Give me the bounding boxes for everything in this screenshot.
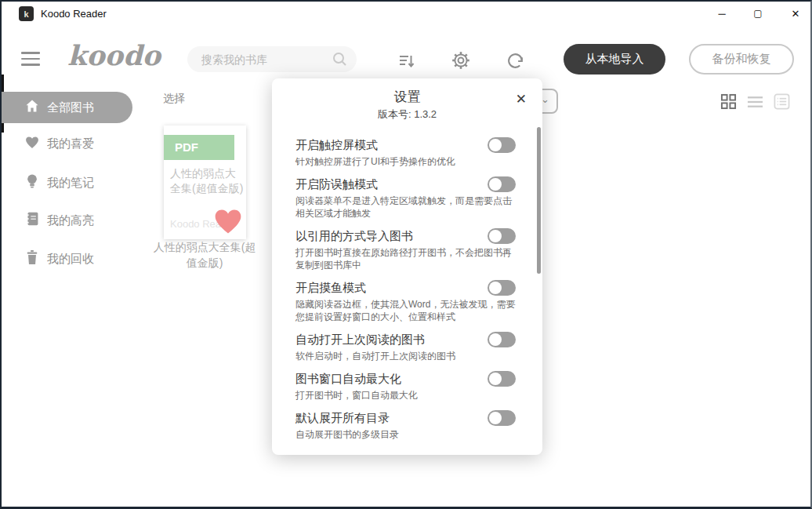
sort-icon[interactable] (397, 52, 416, 74)
home-icon (24, 98, 41, 117)
select-mode-label[interactable]: 选择 (163, 92, 185, 106)
book-title-caption[interactable]: 人性的弱点大全集(超值金版) (152, 239, 257, 271)
lightbulb-icon (24, 173, 41, 193)
search-input[interactable] (201, 46, 327, 72)
book-cover-card[interactable]: PDF 人性的弱点大全集(超值金版) Koodo Reader (164, 125, 246, 239)
toggle-auto-maximize[interactable] (488, 371, 516, 387)
setting-row-mistouch-prevention: 开启防误触模式 阅读器菜单不是进入特定区域就触发，而是需要点击相关区域才能触发 (295, 176, 519, 220)
toggle-touch-mode[interactable] (488, 137, 516, 153)
setting-row-stealth-mode: 开启摸鱼模式 隐藏阅读器边框，使其混入Word，无法被发现，需要您提前设置好窗口… (295, 279, 519, 323)
close-window-button[interactable]: ✕ (782, 2, 809, 25)
setting-title: 开启摸鱼模式 (295, 279, 480, 296)
sidebar-item-all-books[interactable]: 全部图书 (2, 92, 132, 123)
notebook-icon (24, 211, 41, 230)
trash-icon (24, 249, 41, 268)
setting-desc: 自动展开图书的多级目录 (295, 428, 519, 441)
backup-restore-button[interactable]: 备份和恢复 (689, 44, 794, 75)
settings-title: 设置 (272, 88, 542, 106)
search-box[interactable] (187, 46, 357, 72)
setting-row-expand-toc: 默认展开所有目录 自动展开图书的多级目录 (295, 409, 519, 441)
view-detail-icon[interactable] (774, 93, 790, 113)
heart-icon (24, 135, 41, 153)
sidebar-item-trash[interactable]: 我的回收 (2, 249, 94, 268)
setting-title: 自动打开上次阅读的图书 (295, 331, 480, 348)
setting-row-touch-mode: 开启触控屏模式 针对触控屏进行了UI和手势操作的优化 (295, 136, 519, 168)
sidebar-item-label: 我的喜爱 (47, 136, 94, 151)
setting-desc: 隐藏阅读器边框，使其混入Word，无法被发现，需要您提前设置好窗口的大小、位置和… (295, 298, 519, 323)
menu-icon[interactable] (21, 52, 40, 70)
setting-desc: 软件启动时，自动打开上次阅读的图书 (295, 350, 519, 362)
setting-row-import-by-reference: 以引用的方式导入图书 打开图书时直接在原始路径打开图书，不会把图书再复制到图书库… (295, 227, 519, 271)
sidebar-item-highlights[interactable]: 我的高亮 (2, 211, 94, 230)
setting-desc: 针对触控屏进行了UI和手势操作的优化 (295, 155, 519, 168)
settings-list: 开启触控屏模式 针对触控屏进行了UI和手势操作的优化 开启防误触模式 阅读器菜单… (295, 136, 519, 449)
view-grid-icon[interactable] (720, 93, 737, 113)
settings-gear-icon[interactable] (451, 50, 471, 74)
settings-version: 版本号: 1.3.2 (272, 107, 542, 122)
setting-title: 图书窗口自动最大化 (295, 370, 480, 387)
setting-row-open-last-book: 自动打开上次阅读的图书 软件启动时，自动打开上次阅读的图书 (295, 331, 519, 362)
setting-desc: 阅读器菜单不是进入特定区域就触发，而是需要点击相关区域才能触发 (295, 195, 519, 220)
format-badge: PDF (164, 135, 234, 160)
setting-desc: 打开图书时直接在原始路径打开图书，不会把图书再复制到图书库中 (295, 246, 519, 271)
app-logo: koodo (67, 39, 161, 71)
sidebar-item-label: 我的笔记 (47, 176, 94, 191)
sidebar-item-label: 我的高亮 (47, 213, 94, 228)
sidebar-item-notes[interactable]: 我的笔记 (2, 173, 94, 193)
sidebar-item-label: 全部图书 (47, 100, 94, 115)
app-window: k Koodo Reader ─ ▢ ✕ koodo (0, 0, 812, 509)
setting-title: 开启触控屏模式 (295, 136, 480, 154)
search-icon[interactable] (332, 52, 347, 70)
favorite-heart-icon[interactable] (212, 207, 244, 238)
import-local-button[interactable]: 从本地导入 (564, 44, 665, 75)
close-settings-icon[interactable]: ✕ (516, 91, 527, 107)
settings-dialog: 设置 版本号: 1.3.2 ✕ 开启触控屏模式 针对触控屏进行了UI和手势操作的… (272, 78, 542, 455)
app-icon: k (19, 6, 34, 21)
sidebar-item-favorites[interactable]: 我的喜爱 (2, 135, 94, 153)
setting-title: 开启防误触模式 (295, 176, 480, 193)
sync-icon[interactable] (506, 51, 525, 74)
toggle-expand-toc[interactable] (488, 410, 516, 426)
book-cover-title: 人性的弱点大全集(超值金版) (170, 166, 244, 196)
setting-desc: 打开图书时，窗口自动最大化 (295, 389, 519, 402)
setting-title: 默认展开所有目录 (295, 409, 480, 427)
minimize-button[interactable]: ─ (709, 2, 735, 25)
view-list-icon[interactable] (747, 96, 763, 111)
maximize-button[interactable]: ▢ (745, 2, 771, 25)
sidebar-item-label: 我的回收 (47, 252, 94, 267)
toggle-stealth-mode[interactable] (488, 280, 516, 296)
toggle-open-last-book[interactable] (488, 332, 516, 347)
titlebar: k Koodo Reader ─ ▢ ✕ (2, 2, 810, 27)
toggle-import-by-reference[interactable] (488, 228, 516, 244)
window-title: Koodo Reader (41, 8, 107, 20)
toggle-mistouch-prevention[interactable] (488, 176, 516, 192)
settings-scrollbar[interactable] (537, 127, 541, 274)
setting-title: 以引用的方式导入图书 (295, 227, 480, 245)
setting-row-auto-maximize: 图书窗口自动最大化 打开图书时，窗口自动最大化 (295, 370, 519, 402)
